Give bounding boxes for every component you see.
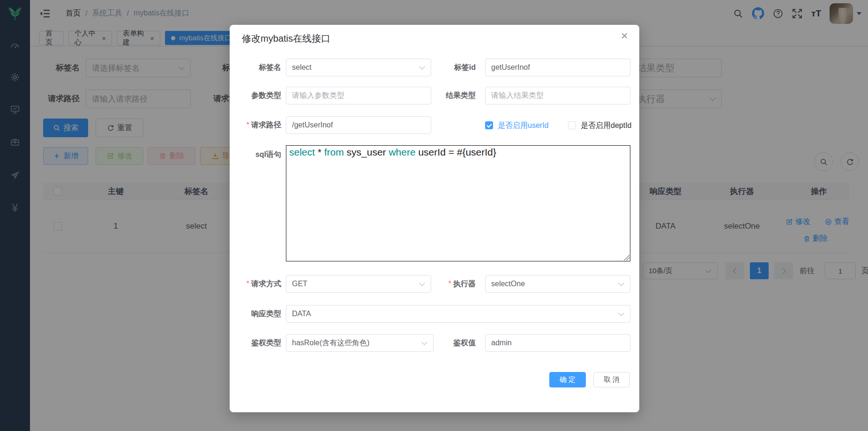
result-type-input[interactable] xyxy=(491,91,624,100)
result-type-label: 结果类型 xyxy=(410,87,476,104)
sql-keyword: from xyxy=(324,147,344,157)
auth-value-label: 鉴权值 xyxy=(410,334,476,352)
auth-value-input-wrap xyxy=(485,334,630,352)
edit-dialog: 修改mybatis在线接口 × 标签名 select 标签id 参数类型 结果类… xyxy=(230,25,639,412)
select-value: DATA xyxy=(292,310,311,318)
tag-id-input-wrap xyxy=(485,59,630,76)
required-mark: * xyxy=(247,121,249,129)
sql-keyword: select xyxy=(289,147,315,157)
path-input[interactable] xyxy=(292,121,425,129)
executor-select[interactable]: selectOne xyxy=(485,275,630,293)
auth-type-label: 鉴权类型 xyxy=(216,334,281,352)
sql-editor[interactable]: select * from sys_user where userId = #{… xyxy=(286,145,630,261)
tag-id-label: 标签id xyxy=(410,59,476,76)
sql-text: * xyxy=(315,147,324,157)
path-label: *请求路径 xyxy=(216,116,281,134)
executor-label: *执行器 xyxy=(410,275,476,293)
sql-label: sql语句 xyxy=(216,146,281,163)
confirm-button[interactable]: 确 定 xyxy=(549,372,586,387)
label-text: 执行器 xyxy=(453,280,476,288)
label-text: 请求方式 xyxy=(251,280,281,288)
auth-value-input[interactable] xyxy=(491,339,624,347)
param-type-input[interactable] xyxy=(292,91,425,100)
resize-handle[interactable] xyxy=(624,255,629,260)
select-value: selectOne xyxy=(491,280,525,288)
sql-text: userId = #{userId} xyxy=(416,147,496,157)
enable-userid-label[interactable]: 是否启用userId xyxy=(498,121,548,129)
tag-name-select[interactable]: select xyxy=(286,59,431,76)
label-text: 请求路径 xyxy=(251,121,281,129)
enable-userid-checkbox[interactable] xyxy=(485,121,493,129)
tag-id-input[interactable] xyxy=(491,63,624,72)
param-type-label: 参数类型 xyxy=(216,87,281,104)
enable-deptid-label[interactable]: 是否启用deptId xyxy=(581,121,631,129)
sql-keyword: where xyxy=(389,147,415,157)
chevron-down-icon xyxy=(618,280,624,286)
required-mark: * xyxy=(449,280,451,288)
method-label: *请求方式 xyxy=(216,275,281,293)
required-mark: * xyxy=(247,280,249,288)
select-value: select xyxy=(292,63,312,72)
select-value: hasRole(含有这些角色) xyxy=(292,338,369,348)
tag-name-label: 标签名 xyxy=(216,59,281,76)
dialog-close-icon[interactable]: × xyxy=(621,30,628,42)
chevron-down-icon xyxy=(618,310,624,316)
result-type-input-wrap xyxy=(485,87,630,104)
dialog-title: 修改mybatis在线接口 xyxy=(242,32,330,45)
param-type-input-wrap xyxy=(286,87,431,104)
app: ¥ 首页 / 系统工具 / mybatis在线接口 тT xyxy=(0,0,868,431)
resp-type-label: 响应类型 xyxy=(216,305,281,323)
cancel-button[interactable]: 取 消 xyxy=(593,372,630,387)
select-value: GET xyxy=(292,280,307,288)
enable-deptid-checkbox[interactable] xyxy=(568,121,576,129)
path-input-wrap xyxy=(286,116,431,134)
sql-text: sys_user xyxy=(344,147,389,157)
resp-type-select[interactable]: DATA xyxy=(286,305,630,323)
method-select[interactable]: GET xyxy=(286,275,431,293)
